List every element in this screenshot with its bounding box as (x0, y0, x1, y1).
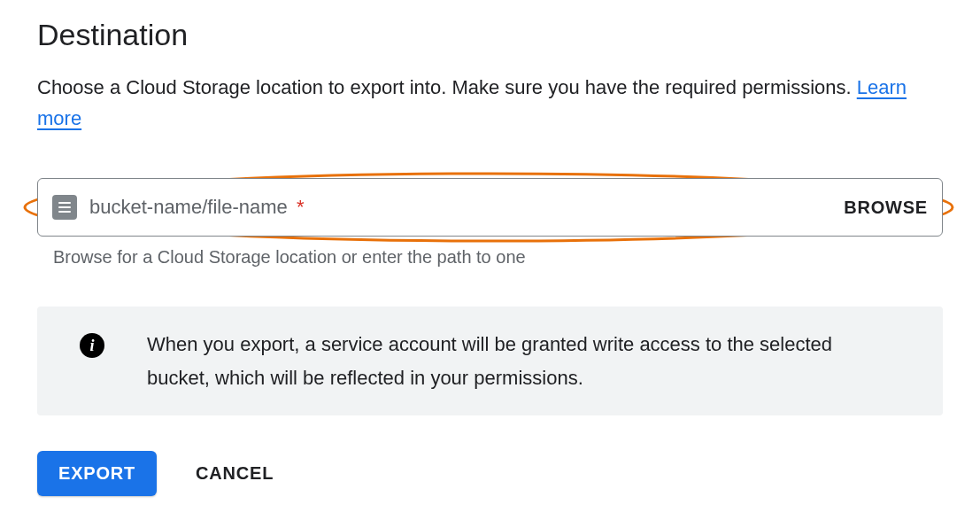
destination-input[interactable]: bucket-name/file-name * BROWSE (37, 178, 943, 237)
input-placeholder: bucket-name/file-name * (89, 196, 831, 219)
required-asterisk: * (291, 196, 305, 218)
info-text: When you export, a service account will … (147, 328, 900, 394)
input-helper-text: Browse for a Cloud Storage location or e… (53, 247, 943, 268)
info-icon: i (80, 333, 104, 358)
browse-button[interactable]: BROWSE (844, 198, 928, 218)
destination-input-group: bucket-name/file-name * BROWSE (37, 178, 943, 237)
export-button[interactable]: EXPORT (37, 451, 157, 496)
actions-row: EXPORT CANCEL (37, 451, 943, 496)
description: Choose a Cloud Storage location to expor… (37, 72, 943, 134)
document-icon (52, 195, 77, 220)
description-text: Choose a Cloud Storage location to expor… (37, 76, 857, 98)
info-banner: i When you export, a service account wil… (37, 307, 943, 415)
page-title: Destination (37, 18, 943, 52)
cancel-button[interactable]: CANCEL (196, 463, 274, 484)
